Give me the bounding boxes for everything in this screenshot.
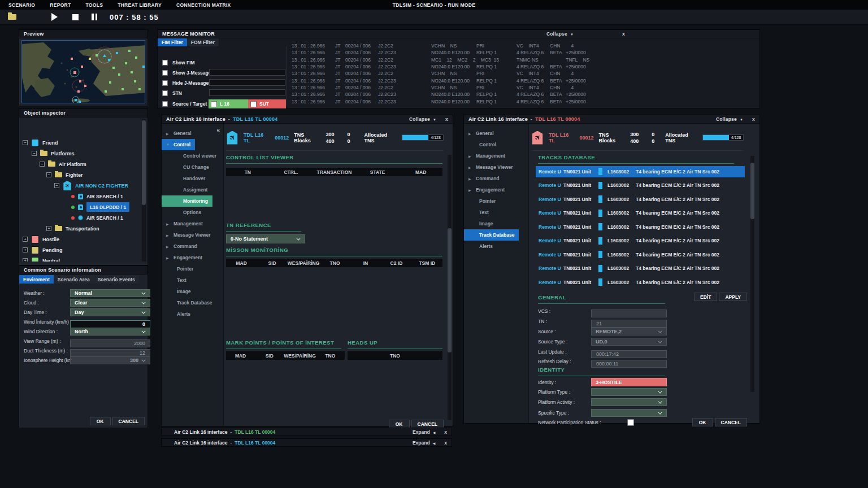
platform-activity-select[interactable] [591, 398, 667, 406]
edit-button[interactable]: EDİT [694, 293, 717, 301]
tree-item-platforms[interactable]: − Platforms [21, 148, 141, 159]
show-j-messages-checkbox[interactable] [162, 70, 168, 76]
sidebar-item[interactable]: ▶ Message Viewer [162, 229, 215, 241]
sidebar-item[interactable]: Control [464, 139, 501, 150]
message-row[interactable]: 13 : 01 : 26.966JT 00204 / 006J2.2C2 MC1… [292, 56, 756, 63]
preview-map[interactable] [21, 40, 145, 103]
tree-item-hostile[interactable]: + Hostile [21, 234, 141, 245]
hide-j-messages-input[interactable] [209, 79, 285, 86]
message-row[interactable]: 13 : 01 : 26.966JT 00204 / 006J2.2C23 NO… [292, 77, 756, 84]
sidebar-item[interactable]: ▶ Management [464, 150, 510, 162]
sidebar-item[interactable]: Alerts [162, 308, 195, 320]
sidebar-item[interactable]: İmage [162, 286, 196, 297]
nps-checkbox[interactable] [627, 419, 634, 426]
track-row[interactable]: Remote UTN0021 Unit L1603002T4 bearing E… [536, 263, 745, 274]
tree-item-pending[interactable]: + Pending [21, 245, 141, 255]
sut-checkbox[interactable] [250, 101, 257, 107]
track-row[interactable]: Remote UTN0021 Unit L1603002T4 bearing E… [536, 277, 745, 288]
sidebar-item[interactable]: Assigment [162, 184, 212, 195]
hide-j-messages-checkbox[interactable] [162, 80, 168, 86]
menu-report[interactable]: REPORT [50, 2, 71, 8]
collapse-button[interactable]: Collapse▼ [716, 116, 743, 122]
stn-checkbox[interactable] [162, 90, 168, 96]
sidebar-item[interactable]: ▶ Message Viewer [464, 162, 518, 173]
weather-select[interactable]: Normal [70, 289, 150, 297]
track-row[interactable]: Remote UTN0021 Unit L1603002T4 bearing E… [536, 249, 745, 260]
menu-tools[interactable]: TOOLS [86, 2, 103, 8]
message-list[interactable]: 13 : 01 : 26.966JT 00204 / 006J2.2C2 VCH… [292, 42, 756, 105]
sidebar-item[interactable]: Pointer [162, 263, 198, 274]
sidebar-item[interactable]: Pointer [464, 195, 500, 207]
sidebar-item[interactable]: Alerts [464, 241, 497, 252]
open-scenario-icon[interactable] [8, 14, 16, 20]
sidebar-item[interactable]: ▶ Management [162, 218, 207, 229]
sidebar-item[interactable]: ▼ Control [162, 139, 195, 150]
l16-checkbox[interactable] [211, 101, 217, 107]
collapse-box-icon[interactable]: − [32, 151, 37, 156]
collapse-button[interactable]: Collapse▼ [409, 116, 436, 122]
sidebar-item[interactable]: ▶ Engagement [464, 184, 509, 195]
stop-button[interactable] [72, 14, 79, 20]
show-fim-checkbox[interactable] [162, 60, 168, 66]
daytime-select[interactable]: Day [70, 308, 150, 316]
sidebar-item[interactable]: Control viewer [162, 150, 221, 162]
inspector-scrollbar[interactable] [142, 119, 146, 262]
collapse-button[interactable]: Collapse▼ [546, 31, 574, 37]
cancel-button[interactable]: CANCEL [112, 417, 145, 425]
source-target-checkbox[interactable] [162, 101, 168, 107]
l16-source-toggle[interactable]: L 16 [209, 99, 248, 108]
cloud-select[interactable]: Clear [70, 299, 150, 307]
track-row[interactable]: Remote UTN0021 Unit L1603002T4 bearing E… [536, 221, 745, 233]
show-j-messages-input[interactable] [209, 69, 285, 76]
close-button[interactable]: x [752, 116, 755, 122]
link16-left-scrollbar[interactable] [448, 155, 452, 420]
close-button[interactable]: x [622, 31, 625, 37]
message-row[interactable]: 13 : 01 : 26.966JT 00204 / 006J2.2C23 NO… [292, 98, 756, 104]
expand-button[interactable]: Expand◀ [413, 440, 435, 446]
collapse-box-icon[interactable]: − [54, 183, 59, 188]
ok-button[interactable]: OK [389, 420, 410, 428]
message-row[interactable]: 13 : 01 : 26.966JT 00204 / 006J2.2C2 VCH… [292, 42, 756, 49]
track-row[interactable]: Remote UTN0021 Unit L1603002T4 bearing E… [536, 194, 745, 205]
tree-item-friend[interactable]: − Friend [21, 137, 141, 148]
expand-box-icon[interactable]: + [23, 237, 28, 242]
sidebar-item[interactable]: ▶ General [464, 128, 498, 139]
play-button[interactable] [51, 13, 58, 21]
tree-item-neutral[interactable]: + Neutral [21, 255, 141, 262]
expand-box-icon[interactable]: + [46, 226, 51, 231]
tab-enviroment[interactable]: Enviroment [19, 275, 54, 284]
tab-fim-filter[interactable]: FIM Filter [158, 38, 187, 46]
cancel-button[interactable]: CANCEL [411, 420, 444, 428]
tree-item-air-search-2[interactable]: AIR SEARCH / 1 [21, 212, 141, 223]
track-row[interactable]: Remote UTN0021 Unit L1603002T4 bearing E… [536, 208, 745, 219]
message-row[interactable]: 13 : 01 : 26.966JT 00204 / 006J2.2C23 NO… [292, 63, 756, 70]
sidebar-collapse-icon[interactable]: « [216, 127, 220, 133]
menu-scenario[interactable]: SCENARIO [8, 2, 35, 8]
track-row[interactable]: Remote UTN0021 Unit L1603002T4 bearing E… [536, 166, 745, 177]
apply-button[interactable]: APPLY [719, 293, 747, 301]
tree-item-transportation[interactable]: + Transportation [21, 223, 141, 234]
tree-item-l16-dlpddd[interactable]: L16 DLPDDD / 1 [21, 202, 141, 212]
tree-item-air-platform[interactable]: − Air Platform [21, 159, 141, 169]
sidebar-item[interactable]: Options [162, 207, 206, 218]
sidebar-item[interactable]: CU Change [162, 162, 214, 173]
track-row[interactable]: Remote UTN0021 Unit L1603002T4 bearing E… [536, 236, 745, 247]
ok-button[interactable]: OK [90, 417, 111, 425]
sut-target-toggle[interactable]: SUT [248, 99, 286, 108]
tree-item-air-non-c2-fighter[interactable]: − ✈ AIR NON C2 FIGHTER [21, 180, 141, 191]
expand-button[interactable]: Expand◀ [413, 429, 435, 435]
tab-scenario-area[interactable]: Scenario Area [54, 275, 94, 284]
sidebar-item[interactable]: Text [162, 274, 191, 286]
sidebar-item[interactable]: Text [464, 207, 493, 218]
tree-item-air-search-1[interactable]: AIR SEARCH / 1 [21, 191, 141, 202]
track-row[interactable]: Remote UTN0021 Unit L1603002T4 bearing E… [536, 180, 745, 191]
wind-intensity-input[interactable] [70, 320, 150, 328]
tn-reference-select[interactable]: 0-No Statement [226, 234, 305, 243]
sidebar-item[interactable]: ▶ Command [162, 241, 202, 252]
message-row[interactable]: 13 : 01 : 26.966JT 00204 / 006J2.2C2 VCH… [292, 84, 756, 91]
specific-type-select[interactable] [591, 409, 667, 417]
sidebar-item[interactable]: İmage [464, 218, 498, 229]
message-row[interactable]: 13 : 01 : 26.966JT 00204 / 006J2.2C2 VCH… [292, 70, 756, 77]
tracks-list[interactable]: Remote UTN0021 Unit L1603002T4 bearing E… [536, 166, 745, 291]
message-row[interactable]: 13 : 01 : 26.966JT 00204 / 006J2.2C23 NO… [292, 91, 756, 98]
